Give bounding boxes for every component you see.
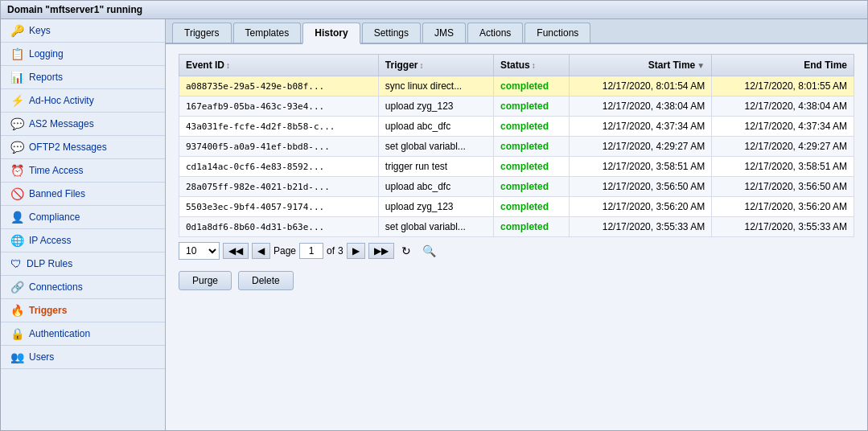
main-window: Domain "mftserver1" running 🔑Keys📋Loggin…: [0, 0, 868, 431]
cell-eventid: 5503e3ec-9bf4-4057-9174...: [179, 197, 379, 217]
sidebar-label-compliance: Compliance: [29, 211, 80, 223]
sidebar-item-keys[interactable]: 🔑Keys: [1, 19, 165, 43]
cell-starttime: 12/17/2020, 4:29:27 AM: [570, 137, 712, 157]
sidebar-item-dlprules[interactable]: 🛡DLP Rules: [1, 252, 165, 276]
of-label: of: [327, 245, 335, 257]
sidebar-label-timeaccess: Time Access: [29, 165, 84, 176]
connections-icon: 🔗: [10, 281, 24, 293]
sidebar-label-adhoc: Ad-Hoc Activity: [29, 95, 94, 106]
cell-trigger: set global variabl...: [378, 217, 493, 237]
sidebar-item-connections[interactable]: 🔗Connections: [1, 276, 165, 299]
rows-per-page-select[interactable]: 102550100: [179, 242, 220, 260]
sidebar-item-logging[interactable]: 📋Logging: [1, 43, 165, 66]
cell-endtime: 12/17/2020, 3:56:20 AM: [712, 197, 854, 217]
page-number-input[interactable]: [299, 243, 323, 259]
sidebar-item-timeaccess[interactable]: ⏰Time Access: [1, 159, 165, 183]
cell-status: completed: [494, 96, 570, 117]
cell-endtime: 12/17/2020, 3:56:50 AM: [712, 177, 854, 197]
delete-button[interactable]: Delete: [238, 271, 294, 290]
table-row[interactable]: 28a075ff-982e-4021-b21d-...upload abc_df…: [179, 177, 854, 197]
adhoc-icon: ⚡: [10, 94, 24, 107]
cell-endtime: 12/17/2020, 4:29:27 AM: [712, 137, 854, 157]
bannedfiles-icon: 🚫: [10, 187, 24, 200]
cell-status: completed: [494, 157, 570, 177]
dlprules-icon: 🛡: [10, 257, 22, 270]
sidebar-item-ipaccess[interactable]: 🌐IP Access: [1, 229, 165, 252]
sidebar-item-as2[interactable]: 💬AS2 Messages: [1, 113, 165, 136]
cell-endtime: 12/17/2020, 3:55:33 AM: [712, 217, 854, 237]
table-row[interactable]: 167eafb9-05ba-463c-93e4...upload zyg_123…: [179, 96, 854, 117]
compliance-icon: 👤: [10, 211, 24, 224]
table-row[interactable]: 43a031fe-fcfe-4d2f-8b58-c...upload abc_d…: [179, 117, 854, 137]
col-starttime: Start Time▼: [570, 55, 712, 76]
sort-starttime[interactable]: ▼: [697, 61, 705, 70]
total-pages: 3: [338, 245, 343, 257]
sidebar-label-as2: AS2 Messages: [29, 118, 94, 129]
cell-trigger: set global variabl...: [378, 137, 493, 157]
sidebar-item-bannedfiles[interactable]: 🚫Banned Files: [1, 183, 165, 206]
sort-eventid[interactable]: ↕: [226, 61, 230, 70]
table-row[interactable]: 5503e3ec-9bf4-4057-9174...upload zyg_123…: [179, 197, 854, 217]
sort-status[interactable]: ↕: [532, 61, 536, 70]
table-row[interactable]: 0d1a8df6-8b60-4d31-b63e...set global var…: [179, 217, 854, 237]
sidebar-label-ipaccess: IP Access: [29, 235, 71, 246]
sidebar-label-keys: Keys: [29, 25, 51, 36]
prev-page-button[interactable]: ◀: [252, 243, 270, 259]
authentication-icon: 🔒: [10, 327, 24, 340]
users-icon: 👥: [10, 351, 24, 363]
last-page-button[interactable]: ▶▶: [368, 243, 394, 259]
cell-starttime: 12/17/2020, 3:58:51 AM: [570, 157, 712, 177]
table-row[interactable]: cd1a14ac-0cf6-4e83-8592...trigger run te…: [179, 157, 854, 177]
keys-icon: 🔑: [10, 24, 24, 37]
cell-eventid: 28a075ff-982e-4021-b21d-...: [179, 177, 379, 197]
cell-trigger: upload abc_dfc: [378, 177, 493, 197]
next-page-button[interactable]: ▶: [347, 243, 365, 259]
timeaccess-icon: ⏰: [10, 164, 24, 177]
cell-endtime: 12/17/2020, 4:38:04 AM: [712, 96, 854, 117]
purge-button[interactable]: Purge: [179, 271, 232, 290]
sidebar-item-authentication[interactable]: 🔒Authentication: [1, 322, 165, 346]
title-bar: Domain "mftserver1" running: [1, 1, 867, 19]
cell-trigger: sync linux direct...: [378, 76, 493, 96]
refresh-icon[interactable]: ↻: [397, 242, 415, 260]
tab-triggers[interactable]: Triggers: [172, 23, 232, 43]
pagination: 102550100 ◀◀ ◀ Page of 3 ▶ ▶▶ ↻ 🔍: [179, 237, 854, 265]
cell-starttime: 12/17/2020, 3:56:50 AM: [570, 177, 712, 197]
sidebar-label-connections: Connections: [29, 281, 83, 293]
sidebar-label-triggers: Triggers: [29, 305, 67, 316]
cell-endtime: 12/17/2020, 3:58:51 AM: [712, 157, 854, 177]
content-area: 🔑Keys📋Logging📊Reports⚡Ad-Hoc Activity💬AS…: [1, 19, 867, 430]
col-status: Status↕: [494, 55, 570, 76]
sidebar-item-oftp2[interactable]: 💬OFTP2 Messages: [1, 136, 165, 159]
sidebar-label-logging: Logging: [29, 48, 64, 60]
tabs-bar: TriggersTemplatesHistorySettingsJMSActio…: [166, 19, 867, 44]
sidebar-label-oftp2: OFTP2 Messages: [29, 142, 107, 153]
cell-status: completed: [494, 177, 570, 197]
cell-status: completed: [494, 76, 570, 96]
table-row[interactable]: a088735e-29a5-429e-b08f...sync linux dir…: [179, 76, 854, 96]
sidebar-label-dlprules: DLP Rules: [27, 258, 72, 269]
reports-icon: 📊: [10, 71, 24, 84]
tab-settings[interactable]: Settings: [362, 23, 421, 43]
cell-status: completed: [494, 137, 570, 157]
first-page-button[interactable]: ◀◀: [223, 243, 249, 259]
tab-jms[interactable]: JMS: [422, 23, 466, 43]
tab-actions[interactable]: Actions: [467, 23, 523, 43]
sidebar-item-users[interactable]: 👥Users: [1, 346, 165, 369]
sidebar: 🔑Keys📋Logging📊Reports⚡Ad-Hoc Activity💬AS…: [1, 19, 166, 430]
sidebar-item-compliance[interactable]: 👤Compliance: [1, 206, 165, 229]
sidebar-item-adhoc[interactable]: ⚡Ad-Hoc Activity: [1, 89, 165, 113]
sort-trigger[interactable]: ↕: [419, 61, 423, 70]
sidebar-item-reports[interactable]: 📊Reports: [1, 66, 165, 89]
sidebar-label-bannedfiles: Banned Files: [29, 188, 85, 199]
search-icon[interactable]: 🔍: [418, 242, 440, 260]
oftp2-icon: 💬: [10, 141, 24, 154]
cell-starttime: 12/17/2020, 3:55:33 AM: [570, 217, 712, 237]
cell-starttime: 12/17/2020, 4:37:34 AM: [570, 117, 712, 137]
cell-endtime: 12/17/2020, 4:37:34 AM: [712, 117, 854, 137]
table-row[interactable]: 937400f5-a0a9-41ef-bbd8-...set global va…: [179, 137, 854, 157]
tab-functions[interactable]: Functions: [525, 23, 590, 43]
tab-templates[interactable]: Templates: [233, 23, 302, 43]
sidebar-item-triggers[interactable]: 🔥Triggers: [1, 299, 165, 322]
tab-history[interactable]: History: [302, 23, 360, 44]
